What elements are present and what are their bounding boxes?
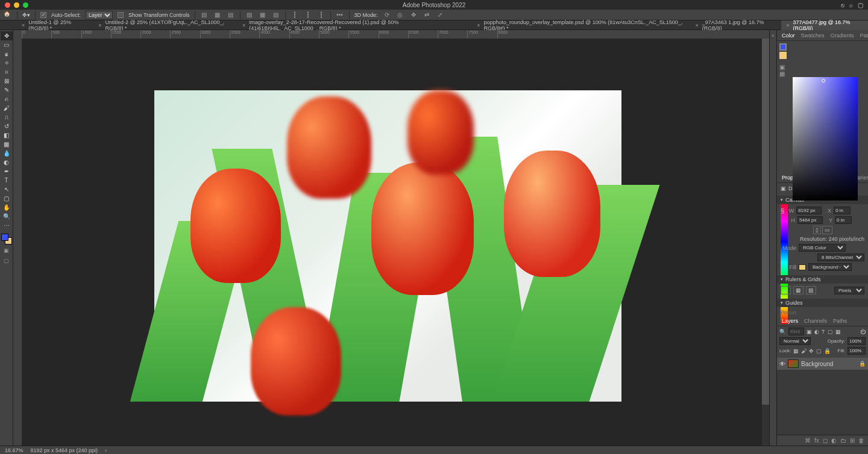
align-center-v-icon[interactable]: ▦ [259, 11, 267, 19]
bit-depth-select[interactable]: 8 Bits/Channel [817, 253, 864, 261]
rectangle-tool[interactable]: ▢ [1, 194, 13, 203]
doc-tab-active[interactable]: ×377A0477.jpg @ 16.7% (RGB/8) [781, 20, 868, 30]
blur-tool[interactable]: 💧 [1, 149, 13, 158]
ruler-toggle-icon[interactable]: ▭ [781, 286, 791, 294]
doc-tab[interactable]: ×popphoto_roundup_overlay_template.psd @… [472, 20, 690, 30]
path-tool[interactable]: ↖ [1, 185, 13, 194]
filter-type-icon[interactable]: T [822, 329, 825, 335]
more-options-icon[interactable]: ••• [336, 11, 344, 19]
tab-paths[interactable]: Paths [831, 318, 849, 324]
align-left-icon[interactable]: ▤ [200, 11, 209, 19]
crop-tool[interactable]: ⌗ [1, 67, 13, 76]
lock-pixels-icon[interactable]: 🖌 [801, 348, 807, 354]
picker-mode-icon[interactable]: ▣ [779, 64, 790, 70]
ruler-origin[interactable] [13, 30, 22, 39]
doc-tab[interactable]: ×Untitled-2 @ 25% (41XTOfFgUqL._AC_SL100… [93, 20, 237, 30]
hand-tool[interactable]: ✋ [1, 203, 13, 212]
link-layers-icon[interactable]: ⌘ [805, 437, 811, 444]
align-center-h-icon[interactable]: ▦ [213, 11, 222, 19]
tab-channels[interactable]: Channels [802, 318, 829, 324]
auto-select-target[interactable]: Layer [86, 11, 113, 19]
eyedropper-tool[interactable]: ✎ [1, 86, 13, 95]
ruler-horizontal[interactable]: 0500100015002000250030003500400045005000… [22, 30, 769, 39]
screen-mode-icon[interactable]: ▢ [1, 257, 12, 265]
document-canvas[interactable] [154, 90, 621, 402]
tab-gradients[interactable]: Gradients [828, 33, 857, 39]
pixel-grid-icon[interactable]: ▨ [806, 286, 816, 294]
align-top-icon[interactable]: ▤ [245, 11, 254, 19]
tab-color[interactable]: Color [779, 33, 797, 39]
frame-tool[interactable]: ⊠ [1, 76, 13, 86]
healing-tool[interactable]: ⎌ [1, 95, 13, 104]
tab-patterns[interactable]: Patterns [858, 33, 868, 39]
zoom-tool[interactable]: 🔍 [1, 212, 13, 221]
home-icon[interactable]: 🏠 [4, 11, 12, 19]
pen-tool[interactable]: ✒ [1, 167, 13, 176]
orbit-3d-icon[interactable]: ⟳ [383, 11, 391, 19]
lock-position-icon[interactable]: ✥ [809, 348, 814, 354]
fg-color-chip[interactable] [779, 43, 787, 51]
dodge-tool[interactable]: ◐ [1, 158, 13, 167]
marquee-tool[interactable]: ▭ [1, 40, 13, 49]
doc-tab[interactable]: ×image-overlay_2-28-17-Recovered-Recover… [237, 20, 472, 30]
minimize-window-button[interactable] [14, 2, 19, 8]
rulers-section-header[interactable]: Rulers & Grids [777, 275, 868, 284]
orientation-landscape-icon[interactable]: ▭ [822, 226, 832, 234]
color-mode-select[interactable]: RGB Color [799, 244, 846, 252]
close-tab-icon[interactable]: × [22, 22, 25, 28]
canvas-x-input[interactable] [834, 207, 851, 214]
auto-select-checkbox[interactable]: ✓ [40, 12, 46, 18]
brush-tool[interactable]: 🖌 [1, 104, 13, 113]
history-brush-tool[interactable]: ↺ [1, 122, 13, 131]
fill-select[interactable]: Background Color [808, 263, 852, 271]
picker-mode-icon-2[interactable]: ▦ [779, 70, 790, 77]
blend-mode-select[interactable]: Normal [779, 337, 811, 345]
layer-filter-icon[interactable]: 🔍 [779, 329, 786, 335]
close-tab-icon[interactable]: × [477, 22, 480, 28]
show-transform-checkbox[interactable] [118, 12, 124, 18]
filter-toggle-icon[interactable]: ⏻ [860, 329, 866, 335]
orientation-portrait-icon[interactable]: ▯ [813, 226, 821, 234]
align-right-icon[interactable]: ▤ [227, 11, 235, 19]
quick-mask-icon[interactable]: ▣ [1, 246, 12, 255]
layer-kind-filter[interactable] [788, 328, 804, 335]
canvas-width-input[interactable] [796, 207, 822, 214]
pan-3d-icon[interactable]: ✥ [409, 11, 418, 19]
bg-color-chip[interactable] [779, 52, 787, 59]
ruler-units-select[interactable]: Pixels [834, 287, 864, 294]
scrollbar-vertical[interactable] [762, 39, 769, 446]
close-window-button[interactable] [5, 2, 10, 8]
stamp-tool[interactable]: ⎍ [1, 113, 13, 122]
color-field[interactable] [793, 77, 858, 201]
filter-smart-icon[interactable]: ▦ [835, 329, 841, 335]
collapse-dock-icon[interactable]: « [772, 33, 775, 39]
filter-shape-icon[interactable]: ▢ [828, 329, 833, 335]
wand-tool[interactable]: ✧ [1, 58, 13, 67]
filter-image-icon[interactable]: ▣ [807, 329, 812, 335]
layer-name[interactable]: Background [801, 361, 833, 367]
visibility-toggle-icon[interactable]: 👁 [779, 361, 785, 367]
maximize-window-button[interactable] [23, 2, 28, 8]
link-dimensions-icon[interactable]: § [781, 207, 784, 214]
fill-color-chip[interactable] [799, 264, 806, 270]
close-tab-icon[interactable]: × [696, 22, 699, 28]
distribute-spacing-icon[interactable]: ┇ [317, 11, 326, 19]
group-icon[interactable]: 🗀 [840, 437, 846, 444]
canvas-y-input[interactable] [835, 216, 852, 224]
fill-input[interactable] [848, 347, 866, 355]
lock-artboard-icon[interactable]: ▢ [816, 348, 822, 354]
layer-mask-icon[interactable]: ◻ [823, 437, 828, 444]
gradient-tool[interactable]: ▦ [1, 140, 13, 149]
move-tool[interactable]: ✥ [1, 31, 13, 40]
tab-layers[interactable]: Layers [779, 318, 800, 324]
guides-section-header[interactable]: Guides [777, 299, 868, 307]
canvas-height-input[interactable] [797, 216, 823, 224]
grid-toggle-icon[interactable]: ▦ [793, 286, 804, 294]
roll-3d-icon[interactable]: ◎ [396, 11, 404, 19]
ruler-vertical[interactable] [13, 39, 22, 446]
status-chevron-icon[interactable]: › [105, 447, 107, 453]
lock-transparency-icon[interactable]: ▦ [793, 348, 799, 354]
doc-tab[interactable]: ×_97A3463 1.jpg @ 16.7% (RGB/8) [691, 20, 782, 30]
align-bottom-icon[interactable]: ▤ [272, 11, 280, 19]
layer-style-icon[interactable]: fx [814, 437, 819, 444]
